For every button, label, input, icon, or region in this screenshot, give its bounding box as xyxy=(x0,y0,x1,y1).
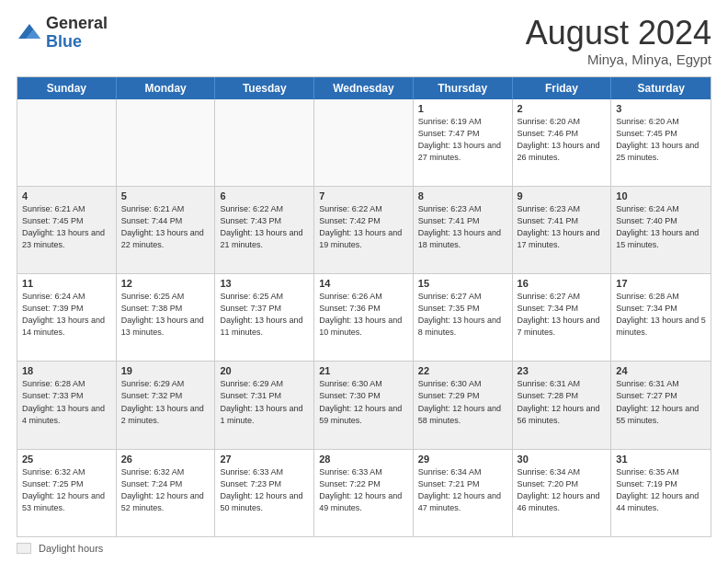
day-info: Sunrise: 6:23 AM Sunset: 7:41 PM Dayligh… xyxy=(518,203,607,251)
day-number: 9 xyxy=(518,190,607,201)
calendar-cell: 16Sunrise: 6:27 AM Sunset: 7:34 PM Dayli… xyxy=(513,274,612,361)
calendar-cell: 31Sunrise: 6:35 AM Sunset: 7:19 PM Dayli… xyxy=(611,450,711,536)
logo-icon xyxy=(17,20,42,46)
day-info: Sunrise: 6:27 AM Sunset: 7:34 PM Dayligh… xyxy=(518,291,607,339)
calendar-cell: 28Sunrise: 6:33 AM Sunset: 7:22 PM Dayli… xyxy=(314,450,414,536)
top-area: General Blue August 2024 Minya, Minya, E… xyxy=(17,15,711,67)
day-info: Sunrise: 6:19 AM Sunset: 7:47 PM Dayligh… xyxy=(418,116,507,164)
calendar-cell: 5Sunrise: 6:21 AM Sunset: 7:44 PM Daylig… xyxy=(117,187,216,273)
calendar-row-4: 25Sunrise: 6:32 AM Sunset: 7:25 PM Dayli… xyxy=(17,449,711,536)
calendar-cell: 19Sunrise: 6:29 AM Sunset: 7:32 PM Dayli… xyxy=(117,362,216,448)
day-info: Sunrise: 6:21 AM Sunset: 7:44 PM Dayligh… xyxy=(121,203,210,251)
day-info: Sunrise: 6:34 AM Sunset: 7:20 PM Dayligh… xyxy=(518,466,607,514)
calendar-cell: 10Sunrise: 6:24 AM Sunset: 7:40 PM Dayli… xyxy=(611,187,711,273)
day-info: Sunrise: 6:23 AM Sunset: 7:41 PM Dayligh… xyxy=(418,203,507,251)
day-number: 28 xyxy=(319,454,408,465)
calendar-cell xyxy=(17,99,117,186)
calendar-cell: 26Sunrise: 6:32 AM Sunset: 7:24 PM Dayli… xyxy=(117,450,216,536)
day-info: Sunrise: 6:35 AM Sunset: 7:19 PM Dayligh… xyxy=(616,466,706,514)
calendar-cell xyxy=(314,99,414,186)
day-info: Sunrise: 6:20 AM Sunset: 7:45 PM Dayligh… xyxy=(616,116,706,164)
header-cell-friday: Friday xyxy=(513,77,612,99)
calendar-cell xyxy=(117,99,216,186)
logo-text: General Blue xyxy=(46,15,108,52)
calendar-cell: 22Sunrise: 6:30 AM Sunset: 7:29 PM Dayli… xyxy=(414,362,513,448)
day-number: 30 xyxy=(518,454,607,465)
day-number: 23 xyxy=(518,365,607,376)
calendar-cell: 1Sunrise: 6:19 AM Sunset: 7:47 PM Daylig… xyxy=(414,99,513,186)
day-number: 25 xyxy=(22,454,111,465)
day-number: 26 xyxy=(121,454,210,465)
calendar-cell xyxy=(215,99,314,186)
calendar-cell: 21Sunrise: 6:30 AM Sunset: 7:30 PM Dayli… xyxy=(314,362,414,448)
day-number: 14 xyxy=(319,278,408,289)
page: General Blue August 2024 Minya, Minya, E… xyxy=(0,0,728,563)
title-area: August 2024 Minya, Minya, Egypt xyxy=(526,15,711,67)
day-info: Sunrise: 6:26 AM Sunset: 7:36 PM Dayligh… xyxy=(319,291,408,339)
calendar-body: 1Sunrise: 6:19 AM Sunset: 7:47 PM Daylig… xyxy=(17,99,711,536)
day-number: 15 xyxy=(418,278,507,289)
day-info: Sunrise: 6:33 AM Sunset: 7:22 PM Dayligh… xyxy=(319,466,408,514)
day-info: Sunrise: 6:27 AM Sunset: 7:35 PM Dayligh… xyxy=(418,291,507,339)
calendar-cell: 7Sunrise: 6:22 AM Sunset: 7:42 PM Daylig… xyxy=(314,187,414,273)
daylight-label: Daylight hours xyxy=(39,543,103,554)
day-info: Sunrise: 6:24 AM Sunset: 7:40 PM Dayligh… xyxy=(616,203,706,251)
day-info: Sunrise: 6:30 AM Sunset: 7:30 PM Dayligh… xyxy=(319,378,408,426)
day-number: 21 xyxy=(319,365,408,376)
location: Minya, Minya, Egypt xyxy=(526,52,711,67)
day-info: Sunrise: 6:34 AM Sunset: 7:21 PM Dayligh… xyxy=(418,466,507,514)
day-number: 13 xyxy=(220,278,309,289)
day-info: Sunrise: 6:29 AM Sunset: 7:32 PM Dayligh… xyxy=(121,378,210,426)
calendar-cell: 29Sunrise: 6:34 AM Sunset: 7:21 PM Dayli… xyxy=(414,450,513,536)
day-info: Sunrise: 6:32 AM Sunset: 7:25 PM Dayligh… xyxy=(22,466,111,514)
calendar-cell: 13Sunrise: 6:25 AM Sunset: 7:37 PM Dayli… xyxy=(215,274,314,361)
calendar-row-2: 11Sunrise: 6:24 AM Sunset: 7:39 PM Dayli… xyxy=(17,273,711,361)
calendar-cell: 3Sunrise: 6:20 AM Sunset: 7:45 PM Daylig… xyxy=(611,99,711,186)
day-info: Sunrise: 6:22 AM Sunset: 7:43 PM Dayligh… xyxy=(220,203,309,251)
day-number: 29 xyxy=(418,454,507,465)
day-number: 12 xyxy=(121,278,210,289)
logo: General Blue xyxy=(17,15,108,52)
day-number: 5 xyxy=(121,190,210,201)
day-info: Sunrise: 6:30 AM Sunset: 7:29 PM Dayligh… xyxy=(418,378,507,426)
calendar-cell: 24Sunrise: 6:31 AM Sunset: 7:27 PM Dayli… xyxy=(611,362,711,448)
calendar-row-1: 4Sunrise: 6:21 AM Sunset: 7:45 PM Daylig… xyxy=(17,186,711,273)
calendar-header: SundayMondayTuesdayWednesdayThursdayFrid… xyxy=(17,77,711,99)
header-cell-wednesday: Wednesday xyxy=(314,77,414,99)
header-cell-thursday: Thursday xyxy=(414,77,513,99)
daylight-box xyxy=(17,543,31,554)
month-year: August 2024 xyxy=(526,15,711,52)
day-info: Sunrise: 6:28 AM Sunset: 7:33 PM Dayligh… xyxy=(22,378,111,426)
day-number: 7 xyxy=(319,190,408,201)
day-info: Sunrise: 6:32 AM Sunset: 7:24 PM Dayligh… xyxy=(121,466,210,514)
day-number: 4 xyxy=(22,190,111,201)
day-info: Sunrise: 6:31 AM Sunset: 7:27 PM Dayligh… xyxy=(616,378,706,426)
day-number: 19 xyxy=(121,365,210,376)
day-info: Sunrise: 6:24 AM Sunset: 7:39 PM Dayligh… xyxy=(22,291,111,339)
day-number: 8 xyxy=(418,190,507,201)
calendar: SundayMondayTuesdayWednesdayThursdayFrid… xyxy=(17,76,711,537)
day-info: Sunrise: 6:31 AM Sunset: 7:28 PM Dayligh… xyxy=(518,378,607,426)
header-cell-monday: Monday xyxy=(117,77,216,99)
calendar-cell: 12Sunrise: 6:25 AM Sunset: 7:38 PM Dayli… xyxy=(117,274,216,361)
day-number: 16 xyxy=(518,278,607,289)
calendar-cell: 25Sunrise: 6:32 AM Sunset: 7:25 PM Dayli… xyxy=(17,450,117,536)
day-info: Sunrise: 6:22 AM Sunset: 7:42 PM Dayligh… xyxy=(319,203,408,251)
day-info: Sunrise: 6:21 AM Sunset: 7:45 PM Dayligh… xyxy=(22,203,111,251)
calendar-cell: 14Sunrise: 6:26 AM Sunset: 7:36 PM Dayli… xyxy=(314,274,414,361)
day-number: 24 xyxy=(616,365,706,376)
logo-blue: Blue xyxy=(46,32,82,51)
day-number: 20 xyxy=(220,365,309,376)
day-number: 31 xyxy=(616,454,706,465)
day-number: 17 xyxy=(616,278,706,289)
day-number: 18 xyxy=(22,365,111,376)
day-number: 2 xyxy=(518,103,607,114)
day-number: 3 xyxy=(616,103,706,114)
day-info: Sunrise: 6:25 AM Sunset: 7:37 PM Dayligh… xyxy=(220,291,309,339)
day-number: 22 xyxy=(418,365,507,376)
calendar-cell: 18Sunrise: 6:28 AM Sunset: 7:33 PM Dayli… xyxy=(17,362,117,448)
logo-general: General xyxy=(46,14,108,32)
day-number: 6 xyxy=(220,190,309,201)
day-number: 11 xyxy=(22,278,111,289)
calendar-cell: 8Sunrise: 6:23 AM Sunset: 7:41 PM Daylig… xyxy=(414,187,513,273)
